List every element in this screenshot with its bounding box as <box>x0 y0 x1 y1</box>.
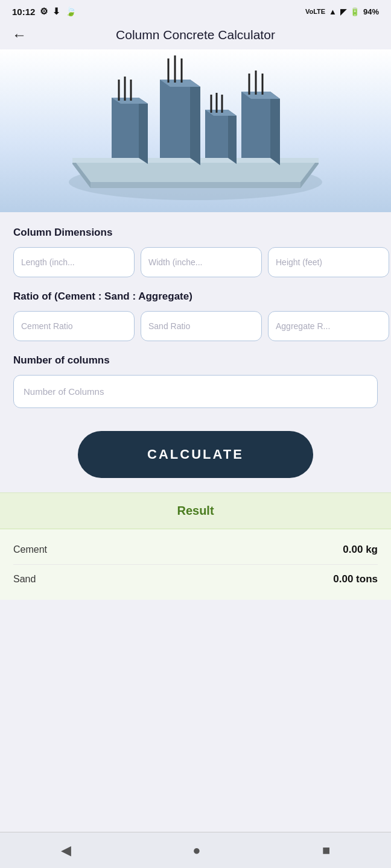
result-rows: Cement 0.00 kg Sand 0.00 tons <box>0 529 391 600</box>
sand-value: 0.00 tons <box>333 573 378 585</box>
ratio-input-row <box>13 311 378 341</box>
settings-icon: ⚙ <box>40 6 48 17</box>
svg-marker-19 <box>228 110 237 164</box>
height-input[interactable] <box>268 247 389 277</box>
width-input[interactable] <box>141 247 262 277</box>
svg-marker-7 <box>139 98 148 164</box>
result-section: Result Cement 0.00 kg Sand 0.00 tons <box>0 492 391 600</box>
result-header: Result <box>0 493 391 529</box>
columns-illustration <box>0 55 391 212</box>
header: ← Column Concrete Calculator <box>0 20 391 49</box>
dimensions-input-row <box>13 247 378 277</box>
ratio-label: Ratio of (Cement : Sand : Aggregate) <box>13 291 378 303</box>
volte-icon: VoLTE <box>305 8 325 15</box>
sand-label: Sand <box>13 574 36 585</box>
svg-marker-12 <box>160 80 190 158</box>
dimensions-label: Column Dimensions <box>13 227 378 239</box>
aggregate-ratio-input[interactable] <box>268 311 389 341</box>
nav-recents-button[interactable]: ■ <box>308 838 345 863</box>
nav-home-button[interactable]: ● <box>178 838 215 863</box>
svg-marker-6 <box>112 98 139 158</box>
leaf-icon: 🍃 <box>65 6 77 17</box>
length-input[interactable] <box>13 247 135 277</box>
svg-marker-4 <box>91 182 300 188</box>
result-row-sand: Sand 0.00 tons <box>13 565 378 594</box>
cement-ratio-input[interactable] <box>13 311 135 341</box>
form-area: Column Dimensions Ratio of (Cement : San… <box>0 212 391 492</box>
status-bar: 10:12 ⚙ ⬇ 🍃 VoLTE ▲ ◤ 🔋 94% <box>0 0 391 20</box>
battery-percent: 94% <box>363 7 379 16</box>
signal-icon: ◤ <box>340 7 346 16</box>
calculate-button-wrapper: CALCULATE <box>13 421 378 492</box>
time-display: 10:12 <box>12 7 35 17</box>
download-icon: ⬇ <box>52 6 60 17</box>
illustration-container <box>0 49 391 212</box>
svg-marker-18 <box>205 110 228 158</box>
svg-marker-24 <box>241 92 270 158</box>
svg-marker-25 <box>270 92 280 165</box>
result-row-cement: Cement 0.00 kg <box>13 535 378 565</box>
status-left: 10:12 ⚙ ⬇ 🍃 <box>12 6 77 17</box>
bottom-nav: ◀ ● ■ <box>0 832 391 868</box>
sand-ratio-input[interactable] <box>141 311 262 341</box>
battery-icon: 🔋 <box>350 7 360 16</box>
status-right: VoLTE ▲ ◤ 🔋 94% <box>305 7 379 16</box>
wifi-icon: ▲ <box>329 7 337 16</box>
cement-value: 0.00 kg <box>343 544 378 556</box>
num-columns-input[interactable] <box>13 375 378 408</box>
back-button[interactable]: ← <box>12 27 27 43</box>
cement-label: Cement <box>13 544 47 555</box>
nav-back-button[interactable]: ◀ <box>46 838 86 863</box>
page-title: Column Concrete Calculator <box>34 28 357 42</box>
columns-label: Number of columns <box>13 354 378 366</box>
calculate-button[interactable]: CALCULATE <box>78 431 313 478</box>
svg-marker-13 <box>190 80 200 165</box>
